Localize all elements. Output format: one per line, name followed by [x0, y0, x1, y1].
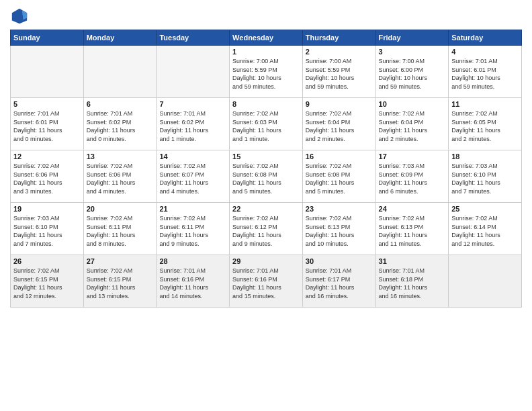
day-info: Sunrise: 7:01 AM Sunset: 6:02 PM Dayligh… [159, 109, 226, 143]
cal-cell: 25Sunrise: 7:02 AM Sunset: 6:14 PM Dayli… [449, 203, 522, 255]
cal-cell: 18Sunrise: 7:03 AM Sunset: 6:10 PM Dayli… [449, 150, 522, 203]
cal-cell: 5Sunrise: 7:01 AM Sunset: 6:01 PM Daylig… [11, 98, 84, 150]
day-info: Sunrise: 7:02 AM Sunset: 6:15 PM Dayligh… [87, 267, 154, 300]
day-number: 22 [232, 205, 300, 213]
weekday-header-row: SundayMondayTuesdayWednesdayThursdayFrid… [11, 30, 522, 46]
cal-cell: 7Sunrise: 7:01 AM Sunset: 6:02 PM Daylig… [157, 98, 230, 150]
day-info: Sunrise: 7:02 AM Sunset: 6:13 PM Dayligh… [379, 214, 446, 248]
day-info: Sunrise: 7:00 AM Sunset: 5:59 PM Dayligh… [232, 57, 300, 91]
cal-cell: 22Sunrise: 7:02 AM Sunset: 6:12 PM Dayli… [230, 203, 303, 255]
day-info: Sunrise: 7:02 AM Sunset: 6:03 PM Dayligh… [232, 109, 300, 143]
day-info: Sunrise: 7:02 AM Sunset: 6:12 PM Dayligh… [232, 214, 300, 248]
cal-cell: 1Sunrise: 7:00 AM Sunset: 5:59 PM Daylig… [230, 46, 303, 98]
day-number: 7 [159, 100, 226, 108]
day-info: Sunrise: 7:03 AM Sunset: 6:10 PM Dayligh… [451, 162, 519, 195]
cal-cell: 8Sunrise: 7:02 AM Sunset: 6:03 PM Daylig… [230, 98, 303, 150]
weekday-monday: Monday [83, 30, 157, 46]
cal-cell: 16Sunrise: 7:02 AM Sunset: 6:08 PM Dayli… [302, 150, 375, 203]
cal-cell: 2Sunrise: 7:00 AM Sunset: 5:59 PM Daylig… [302, 46, 375, 98]
cal-cell: 27Sunrise: 7:02 AM Sunset: 6:15 PM Dayli… [83, 255, 157, 308]
weekday-saturday: Saturday [449, 30, 522, 46]
day-number: 14 [159, 152, 226, 161]
day-number: 31 [379, 257, 446, 265]
cal-cell: 3Sunrise: 7:00 AM Sunset: 6:00 PM Daylig… [375, 46, 449, 98]
header [10, 7, 522, 26]
cal-cell: 23Sunrise: 7:02 AM Sunset: 6:13 PM Dayli… [302, 203, 375, 255]
day-number: 11 [451, 100, 519, 108]
day-info: Sunrise: 7:02 AM Sunset: 6:08 PM Dayligh… [232, 162, 300, 195]
day-number: 28 [159, 257, 226, 265]
day-info: Sunrise: 7:02 AM Sunset: 6:11 PM Dayligh… [87, 214, 154, 248]
day-info: Sunrise: 7:01 AM Sunset: 6:17 PM Dayligh… [306, 267, 373, 300]
cal-cell: 12Sunrise: 7:02 AM Sunset: 6:06 PM Dayli… [11, 150, 84, 203]
cal-cell: 6Sunrise: 7:01 AM Sunset: 6:02 PM Daylig… [83, 98, 157, 150]
day-number: 15 [232, 152, 300, 161]
cal-cell [11, 46, 84, 98]
day-number: 24 [379, 205, 446, 213]
day-number: 21 [159, 205, 226, 213]
day-info: Sunrise: 7:02 AM Sunset: 6:06 PM Dayligh… [87, 162, 154, 195]
week-row-3: 12Sunrise: 7:02 AM Sunset: 6:06 PM Dayli… [11, 150, 522, 203]
week-row-4: 19Sunrise: 7:03 AM Sunset: 6:10 PM Dayli… [11, 203, 522, 255]
day-info: Sunrise: 7:02 AM Sunset: 6:13 PM Dayligh… [306, 214, 373, 248]
day-info: Sunrise: 7:02 AM Sunset: 6:14 PM Dayligh… [451, 214, 519, 248]
day-info: Sunrise: 7:00 AM Sunset: 5:59 PM Dayligh… [306, 57, 373, 91]
day-number: 6 [87, 100, 154, 108]
weekday-tuesday: Tuesday [157, 30, 230, 46]
day-info: Sunrise: 7:02 AM Sunset: 6:11 PM Dayligh… [159, 214, 226, 248]
logo [10, 7, 32, 26]
day-number: 20 [87, 205, 154, 213]
cal-cell: 15Sunrise: 7:02 AM Sunset: 6:08 PM Dayli… [230, 150, 303, 203]
day-info: Sunrise: 7:01 AM Sunset: 6:16 PM Dayligh… [159, 267, 226, 300]
weekday-friday: Friday [375, 30, 449, 46]
day-number: 8 [232, 100, 300, 108]
day-number: 30 [306, 257, 373, 265]
cal-cell: 4Sunrise: 7:01 AM Sunset: 6:01 PM Daylig… [449, 46, 522, 98]
cal-cell: 21Sunrise: 7:02 AM Sunset: 6:11 PM Dayli… [157, 203, 230, 255]
day-number: 26 [13, 257, 81, 265]
day-number: 2 [306, 48, 373, 56]
day-info: Sunrise: 7:02 AM Sunset: 6:07 PM Dayligh… [159, 162, 226, 195]
day-info: Sunrise: 7:01 AM Sunset: 6:01 PM Dayligh… [13, 109, 81, 143]
day-info: Sunrise: 7:01 AM Sunset: 6:01 PM Dayligh… [451, 57, 519, 91]
cal-cell: 29Sunrise: 7:01 AM Sunset: 6:16 PM Dayli… [230, 255, 303, 308]
cal-cell: 31Sunrise: 7:01 AM Sunset: 6:18 PM Dayli… [375, 255, 449, 308]
day-number: 1 [232, 48, 300, 56]
cal-cell [83, 46, 157, 98]
day-number: 16 [306, 152, 373, 161]
day-number: 27 [87, 257, 154, 265]
cal-cell: 10Sunrise: 7:02 AM Sunset: 6:04 PM Dayli… [375, 98, 449, 150]
cal-cell: 20Sunrise: 7:02 AM Sunset: 6:11 PM Dayli… [83, 203, 157, 255]
day-number: 9 [306, 100, 373, 108]
day-info: Sunrise: 7:02 AM Sunset: 6:06 PM Dayligh… [13, 162, 81, 195]
week-row-1: 1Sunrise: 7:00 AM Sunset: 5:59 PM Daylig… [11, 46, 522, 98]
day-info: Sunrise: 7:01 AM Sunset: 6:18 PM Dayligh… [379, 267, 446, 300]
week-row-2: 5Sunrise: 7:01 AM Sunset: 6:01 PM Daylig… [11, 98, 522, 150]
day-number: 13 [87, 152, 154, 161]
day-number: 19 [13, 205, 81, 213]
cal-cell: 19Sunrise: 7:03 AM Sunset: 6:10 PM Dayli… [11, 203, 84, 255]
day-info: Sunrise: 7:00 AM Sunset: 6:00 PM Dayligh… [379, 57, 446, 91]
day-number: 3 [379, 48, 446, 56]
day-number: 10 [379, 100, 446, 108]
cal-cell [449, 255, 522, 308]
day-info: Sunrise: 7:02 AM Sunset: 6:04 PM Dayligh… [306, 109, 373, 143]
week-row-5: 26Sunrise: 7:02 AM Sunset: 6:15 PM Dayli… [11, 255, 522, 308]
day-info: Sunrise: 7:01 AM Sunset: 6:02 PM Dayligh… [87, 109, 154, 143]
day-number: 18 [451, 152, 519, 161]
day-number: 17 [379, 152, 446, 161]
logo-icon [10, 7, 29, 26]
day-info: Sunrise: 7:02 AM Sunset: 6:08 PM Dayligh… [306, 162, 373, 195]
day-info: Sunrise: 7:02 AM Sunset: 6:04 PM Dayligh… [379, 109, 446, 143]
day-number: 29 [232, 257, 300, 265]
cal-cell: 30Sunrise: 7:01 AM Sunset: 6:17 PM Dayli… [302, 255, 375, 308]
cal-cell: 11Sunrise: 7:02 AM Sunset: 6:05 PM Dayli… [449, 98, 522, 150]
calendar-table: SundayMondayTuesdayWednesdayThursdayFrid… [10, 30, 522, 308]
day-info: Sunrise: 7:03 AM Sunset: 6:09 PM Dayligh… [379, 162, 446, 195]
cal-cell: 24Sunrise: 7:02 AM Sunset: 6:13 PM Dayli… [375, 203, 449, 255]
day-info: Sunrise: 7:01 AM Sunset: 6:16 PM Dayligh… [232, 267, 300, 300]
day-info: Sunrise: 7:02 AM Sunset: 6:15 PM Dayligh… [13, 267, 81, 300]
cal-cell: 26Sunrise: 7:02 AM Sunset: 6:15 PM Dayli… [11, 255, 84, 308]
cal-cell: 14Sunrise: 7:02 AM Sunset: 6:07 PM Dayli… [157, 150, 230, 203]
cal-cell: 13Sunrise: 7:02 AM Sunset: 6:06 PM Dayli… [83, 150, 157, 203]
